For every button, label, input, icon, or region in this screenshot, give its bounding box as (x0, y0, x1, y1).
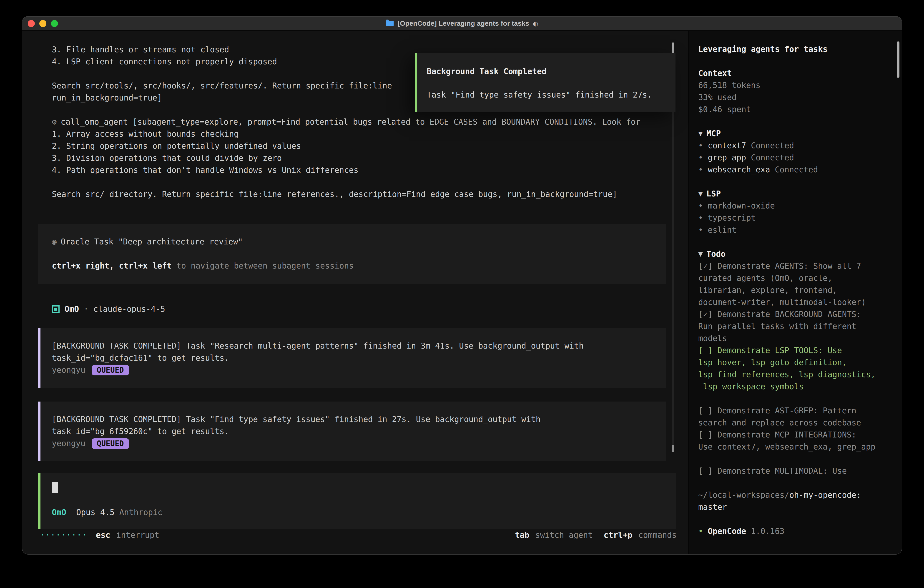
minimize-button[interactable] (40, 20, 46, 27)
chevron-down-icon: ▼ (698, 248, 703, 260)
task-message-line1: [BACKGROUND TASK COMPLETED] Task "Resear… (52, 340, 652, 352)
mcp-toggle[interactable]: ▼ MCP (698, 127, 893, 140)
workspace-section: ~/local-workspaces/oh-my-opencode: maste… (698, 489, 893, 513)
mcp-heading: MCP (706, 127, 721, 140)
mcp-name: context7 (708, 140, 746, 152)
sidebar-scrollbar[interactable] (897, 41, 899, 78)
terminal-line: 3. Division operations that could divide… (52, 152, 688, 164)
gear-icon: ⚙ (52, 117, 57, 126)
terminal-line (52, 176, 688, 188)
notification-toast[interactable]: Background Task Completed Task "Find typ… (415, 53, 675, 112)
mcp-item: •grep_appConnected (698, 152, 893, 164)
lsp-name: eslint (708, 224, 736, 236)
bullet-icon: • (698, 212, 703, 224)
agent-header: OmO · claude-opus-4-5 (52, 303, 688, 315)
todo-item-active: [ ] Demonstrate LSP TOOLS: Use lsp_hover… (698, 345, 893, 393)
conversation-pane: 3. File handles or streams not closed 4.… (22, 31, 688, 554)
hint-keys: ctrl+x right, ctrl+x left (52, 261, 172, 270)
mcp-item: •context7Connected (698, 140, 893, 152)
progress-dots: ········· (40, 529, 87, 541)
workspace-repo: oh-my-opencode: (789, 491, 861, 500)
task-message-line1: [BACKGROUND TASK COMPLETED] Task "Find t… (52, 413, 652, 425)
background-task-panel: [BACKGROUND TASK COMPLETED] Task "Resear… (38, 328, 666, 388)
mcp-item: •websearch_exaConnected (698, 164, 893, 176)
context-heading: Context (698, 67, 893, 79)
task-user: yeongyu (52, 364, 86, 376)
bullet-icon: • (698, 152, 703, 164)
lsp-toggle[interactable]: ▼ LSP (698, 188, 893, 200)
mcp-section: ▼ MCP •context7Connected •grep_appConnec… (698, 127, 893, 176)
version-row: • OpenCode 1.0.163 (698, 525, 893, 537)
statusbar-left: ········· esc interrupt (40, 529, 159, 541)
toast-body: Task "Find type safety issues" finished … (427, 89, 667, 101)
task-message-line2: task_id="bg_6f59260c" to get results. (52, 425, 652, 438)
lsp-heading: LSP (706, 188, 721, 200)
prompt-input[interactable]: OmO Opus 4.5 Anthropic (38, 473, 676, 529)
bullet-icon: • (698, 164, 703, 176)
todo-item-pending: [ ] Demonstrate MCP INTEGRATIONS: Use co… (698, 429, 893, 453)
bullet-icon: • (698, 525, 703, 537)
key-ctrlp: ctrl+p (604, 529, 632, 541)
scrollbar-thumb[interactable] (672, 445, 674, 452)
todo-item-done: [✓] Demonstrate AGENTS: Show all 7 curat… (698, 260, 893, 308)
mcp-status: Connected (751, 152, 794, 164)
bullet-icon: • (698, 224, 703, 236)
terminal-line: 4. Path operations that don't handle Win… (52, 164, 688, 176)
record-icon: ◉ (52, 237, 57, 246)
bullet-icon: • (698, 140, 703, 152)
input-agent-name: OmO (52, 506, 66, 519)
lsp-section: ▼ LSP •markdown-oxide •typescript •eslin… (698, 188, 893, 236)
oracle-task-panel: ◉Oracle Task "Deep architecture review" … (38, 224, 666, 284)
oracle-task-title: Oracle Task "Deep architecture review" (61, 237, 243, 246)
task-message-line2: task_id="bg_dcfac161" to get results. (52, 352, 652, 364)
workspace-path: ~/local-workspaces/ (698, 491, 789, 500)
tool-call-block: ⚙call_omo_agent [subagent_type=explore, … (22, 116, 688, 200)
terminal-line: 1. Array access without bounds checking (52, 128, 688, 140)
zoom-button[interactable] (51, 20, 58, 27)
task-user: yeongyu (52, 438, 86, 449)
lsp-name: typescript (708, 212, 756, 224)
mcp-name: websearch_exa (708, 164, 770, 176)
sidebar: Leveraging agents for tasks Context 66,5… (688, 31, 902, 554)
titlebar[interactable]: [OpenCode] Leveraging agents for tasks ◐ (22, 17, 902, 31)
toast-title: Background Task Completed (427, 66, 667, 78)
lsp-item: •markdown-oxide (698, 200, 893, 212)
statusbar: ········· esc interrupt tab switch agent… (22, 529, 688, 554)
lsp-name: markdown-oxide (708, 200, 775, 212)
hint-text: to navigate between subagent sessions (172, 261, 354, 270)
workspace-branch: master (698, 501, 893, 513)
todo-item-pending: [ ] Demonstrate MULTIMODAL: Use (698, 465, 893, 477)
todo-section: ▼ Todo [✓] Demonstrate AGENTS: Show all … (698, 248, 893, 477)
bullet-icon: • (698, 200, 703, 212)
key-esc-label: interrupt (116, 529, 159, 541)
mcp-status: Connected (751, 140, 794, 152)
status-badge: QUEUED (92, 365, 129, 375)
terminal-window: [OpenCode] Leveraging agents for tasks ◐… (22, 17, 902, 554)
key-tab: tab (515, 529, 529, 541)
task-meta: yeongyu QUEUED (52, 438, 652, 449)
input-model-name: Opus 4.5 (76, 506, 115, 519)
todo-item-done: [✓] Demonstrate BACKGROUND AGENTS: Run p… (698, 308, 893, 345)
window-title-text: [OpenCode] Leveraging agents for tasks (398, 20, 529, 27)
todo-item-pending: [ ] Demonstrate AST-GREP: Pattern search… (698, 405, 893, 429)
key-ctrlp-label: commands (638, 529, 676, 541)
context-section: Context 66,518 tokens 33% used $0.46 spe… (698, 67, 893, 116)
lsp-item: •typescript (698, 212, 893, 224)
mcp-name: grep_app (708, 152, 746, 164)
app-version: 1.0.163 (751, 525, 785, 537)
agent-name: OmO (64, 303, 79, 315)
tool-call-text: call_omo_agent [subagent_type=explore, p… (61, 117, 640, 126)
agent-model: claude-opus-4-5 (93, 303, 165, 315)
model-line: OmO Opus 4.5 Anthropic (52, 506, 662, 519)
text-cursor (52, 482, 58, 493)
statusbar-right: tab switch agent ctrl+p commands (515, 529, 676, 541)
context-spent: $0.46 spent (698, 104, 893, 116)
terminal-line: Search src/ directory. Return specific f… (52, 188, 688, 200)
todo-toggle[interactable]: ▼ Todo (698, 248, 893, 260)
context-tokens: 66,518 tokens (698, 79, 893, 91)
mcp-status: Connected (775, 164, 818, 176)
close-button[interactable] (28, 20, 35, 27)
context-used: 33% used (698, 91, 893, 104)
key-tab-label: switch agent (535, 529, 593, 541)
background-task-panel: [BACKGROUND TASK COMPLETED] Task "Find t… (38, 401, 666, 461)
